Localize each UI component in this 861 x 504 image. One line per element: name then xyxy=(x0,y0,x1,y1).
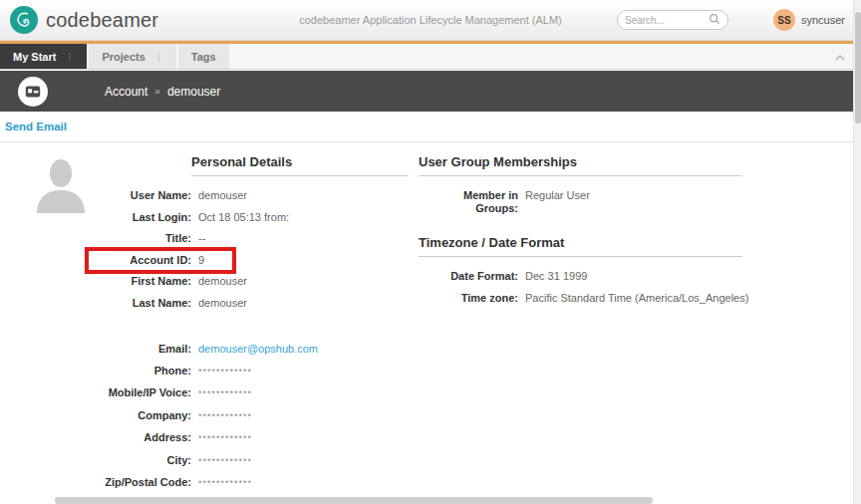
field-row: Zip/Postal Code: ************ xyxy=(55,476,424,490)
account-id-row: Account ID: 9 xyxy=(55,254,424,267)
account-details-content: Personal Details User Name: demouser Las… xyxy=(0,142,853,504)
field-row: Address: ************ xyxy=(55,431,424,445)
global-search[interactable] xyxy=(617,10,728,30)
tab-label: My Start xyxy=(13,51,56,63)
field-row: Phone: ************ xyxy=(55,365,424,378)
tab-label: Tags xyxy=(191,51,216,63)
app-header: codebeamer codebeamer Application Lifecy… xyxy=(0,0,861,41)
field-value: demouser xyxy=(198,189,247,202)
section-title: Timezone / Date Format xyxy=(419,235,742,250)
field-value: demouser xyxy=(198,297,247,310)
search-input[interactable] xyxy=(625,15,709,26)
field-spacer xyxy=(55,318,424,343)
divider xyxy=(191,175,409,176)
divider xyxy=(419,256,742,257)
section-title: Personal Details xyxy=(191,154,424,169)
field-value: ************ xyxy=(198,387,252,400)
field-label: Company: xyxy=(55,409,191,422)
timezone-fields: Date Format: Dec 31 1999 Time zone: Paci… xyxy=(419,270,742,305)
tab-projects[interactable]: Projects ⋮ xyxy=(89,44,175,69)
field-label: Time zone: xyxy=(419,292,518,305)
divider xyxy=(419,175,742,176)
tab-menu-icon[interactable]: ⋮ xyxy=(154,52,163,62)
field-label: Title: xyxy=(55,232,191,245)
field-value: Pacific Standard Time (America/Los_Angel… xyxy=(525,292,748,305)
field-label: City: xyxy=(55,454,191,467)
field-row: Last Name: demouser xyxy=(55,297,424,310)
breadcrumb-current-user[interactable]: demouser xyxy=(167,85,220,99)
vertical-scrollbar[interactable] xyxy=(853,0,861,504)
field-value: demouser xyxy=(198,275,247,288)
field-row: Time zone: Pacific Standard Time (Americ… xyxy=(419,292,742,305)
username-label: syncuser xyxy=(801,14,845,26)
search-icon xyxy=(709,11,720,29)
field-label: First Name: xyxy=(55,275,191,288)
tab-menu-icon[interactable]: ⋮ xyxy=(65,52,74,62)
field-value: ************ xyxy=(198,432,252,445)
field-label: Member in Groups: xyxy=(419,189,518,215)
field-value: Regular User xyxy=(525,189,590,202)
tab-label: Projects xyxy=(102,51,144,63)
user-groups-fields: Member in Groups: Regular User xyxy=(419,189,742,215)
user-menu[interactable]: SS syncuser xyxy=(773,9,845,31)
tab-tags[interactable]: Tags xyxy=(178,44,229,69)
breadcrumb-bar: Account » demouser xyxy=(0,71,861,112)
horizontal-scrollbar-thumb[interactable] xyxy=(55,497,653,504)
field-row: Mobile/IP Voice: ************ xyxy=(55,386,424,400)
vertical-scrollbar-thumb[interactable] xyxy=(855,12,861,124)
field-label: Account ID: xyxy=(55,254,191,267)
main-tabbar: My Start ⋮ Projects ⋮ Tags xyxy=(0,41,861,70)
field-value: ************ xyxy=(198,366,252,378)
right-column: User Group Memberships Member in Groups:… xyxy=(419,154,742,313)
avatar[interactable]: SS xyxy=(773,9,795,31)
field-row: Company: ************ xyxy=(55,409,424,423)
codebeamer-account-page: codebeamer codebeamer Application Lifecy… xyxy=(0,0,861,504)
personal-details-section: Personal Details User Name: demouser Las… xyxy=(55,154,424,504)
breadcrumb: Account » demouser xyxy=(105,85,220,99)
field-value: 9 xyxy=(198,254,204,267)
email-row: Email: demouser@opshub.com xyxy=(55,343,424,356)
gecko-icon xyxy=(10,6,38,34)
chevron-up-icon[interactable] xyxy=(833,51,847,65)
field-label: Phone: xyxy=(55,365,191,378)
field-row: Member in Groups: Regular User xyxy=(419,189,742,215)
email-link[interactable]: demouser@opshub.com xyxy=(198,343,318,356)
app-title: codebeamer Application Lifecycle Managem… xyxy=(199,14,662,26)
tab-my-start[interactable]: My Start ⋮ xyxy=(0,44,87,69)
field-value: ************ xyxy=(198,455,252,468)
field-label: Last Name: xyxy=(55,297,191,310)
field-value: Dec 31 1999 xyxy=(525,270,587,283)
field-label: Zip/Postal Code: xyxy=(55,476,191,489)
logo-wordmark: codebeamer xyxy=(46,9,158,32)
field-row: User Name: demouser xyxy=(55,189,424,202)
field-row: Date Format: Dec 31 1999 xyxy=(419,270,742,283)
field-value: ************ xyxy=(198,477,252,490)
codebeamer-logo[interactable]: codebeamer xyxy=(10,6,158,34)
field-label: Address: xyxy=(55,431,191,444)
field-label: Email: xyxy=(55,343,191,356)
field-label: Last Login: xyxy=(55,211,191,224)
breadcrumb-account-link[interactable]: Account xyxy=(105,85,147,99)
field-row: First Name: demouser xyxy=(55,275,424,288)
field-label: User Name: xyxy=(55,189,191,202)
send-email-link[interactable]: Send Email xyxy=(5,121,67,132)
field-value: Oct 18 05:13 from: xyxy=(198,211,289,224)
field-value: -- xyxy=(198,232,205,245)
field-row: Last Login: Oct 18 05:13 from: xyxy=(55,211,424,224)
field-value: ************ xyxy=(198,410,252,423)
section-title: User Group Memberships xyxy=(419,154,742,169)
field-row: Title: -- xyxy=(55,232,424,245)
account-badge-icon xyxy=(18,77,48,107)
field-label: Mobile/IP Voice: xyxy=(55,386,191,399)
field-label: Date Format: xyxy=(419,270,518,283)
action-bar: Send Email xyxy=(0,112,853,142)
personal-details-fields: User Name: demouser Last Login: Oct 18 0… xyxy=(55,189,424,504)
field-row: City: ************ xyxy=(55,454,424,468)
breadcrumb-separator-icon: » xyxy=(154,86,160,97)
